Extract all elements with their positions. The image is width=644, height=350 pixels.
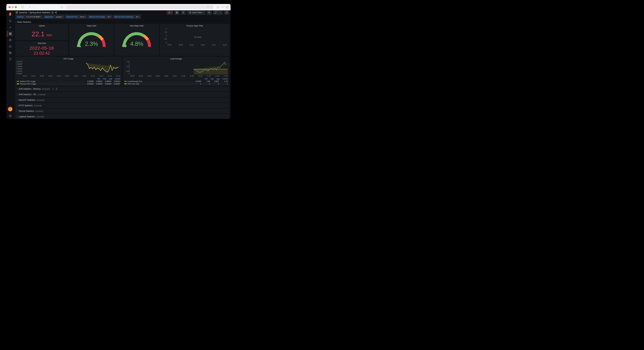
settings-button[interactable] <box>181 10 186 15</box>
forward-icon[interactable] <box>33 6 36 8</box>
filter-instance[interactable]: 172.16.0.36:8080▾ <box>25 15 43 19</box>
svg-line-37 <box>210 13 210 13</box>
svg-rect-21 <box>16 12 17 12</box>
load-chart <box>130 61 228 74</box>
svg-point-28 <box>56 13 57 14</box>
svg-point-75 <box>228 64 229 65</box>
dashboards-icon[interactable] <box>7 31 13 36</box>
new-tab-icon[interactable] <box>221 6 224 8</box>
svg-point-42 <box>53 88 54 89</box>
tabs-icon[interactable] <box>226 6 228 8</box>
svg-line-30 <box>56 13 56 13</box>
panel-cpu-usage[interactable]: CPU Usage 0.007000.006000.005000.004000.… <box>15 57 122 86</box>
collapsed-section[interactable]: ›JVM Statistics - GC(2 panels) <box>15 92 229 97</box>
svg-line-10 <box>11 22 12 22</box>
refresh-button[interactable] <box>213 10 218 15</box>
back-icon[interactable] <box>28 6 31 8</box>
filter-mempool-heap[interactable]: All▾ <box>106 15 112 19</box>
svg-point-9 <box>9 20 11 22</box>
collapsed-section[interactable]: ›Logback Statistics(5 panels) <box>15 114 229 119</box>
svg-rect-32 <box>169 12 169 13</box>
svg-rect-6 <box>227 6 228 7</box>
panel-load-average[interactable]: Load Average 2.5021.5010.5000 20:3020:35… <box>123 57 230 86</box>
folder-link[interactable]: General <box>19 11 27 14</box>
panel-uptime[interactable]: Uptime 22.1 min <box>15 24 68 40</box>
filter-mempool-nonheap-label: Memory Pool (nonheap) <box>113 15 135 19</box>
cpu-chart <box>23 61 120 74</box>
refresh-interval[interactable]: ▾ <box>218 10 223 15</box>
page-title[interactable]: Spring Boot Statistics <box>30 11 50 14</box>
svg-point-78 <box>230 65 230 66</box>
translate-icon[interactable] <box>207 6 209 8</box>
time-picker[interactable]: Last 1 hour▾ <box>187 10 205 15</box>
legend-row[interactable]: CPU Core Size1111 <box>124 82 228 85</box>
svg-point-26 <box>56 12 57 12</box>
explore-icon[interactable] <box>7 37 13 43</box>
user-avatar[interactable] <box>8 107 12 111</box>
share-dashboard-icon[interactable] <box>55 12 57 14</box>
panel-heap-used[interactable]: Heap Used 2.3% <box>69 24 114 56</box>
drag-handle-icon[interactable] <box>228 64 230 66</box>
legend-row[interactable]: Process CPU Usage0.003020.006040.004000.… <box>17 82 120 85</box>
plus-icon[interactable] <box>7 24 13 30</box>
shield-icon[interactable] <box>60 6 63 8</box>
star-icon[interactable] <box>52 12 54 14</box>
collapsed-section[interactable]: ›Tomcat Statistics(5 panels) <box>15 108 229 114</box>
search-icon[interactable] <box>7 18 13 24</box>
dashboard-icon <box>16 11 18 14</box>
maximize-window[interactable] <box>15 6 17 8</box>
svg-rect-16 <box>10 34 12 35</box>
filter-hikaricp[interactable]: None▾ <box>79 15 87 19</box>
filter-application-label: Application <box>43 15 55 19</box>
cycle-view-button[interactable] <box>224 10 229 15</box>
svg-rect-15 <box>9 34 10 35</box>
grafana-logo[interactable] <box>8 12 12 16</box>
save-button[interactable] <box>175 10 180 15</box>
share-icon[interactable] <box>216 6 220 8</box>
filter-application[interactable]: sample▾ <box>55 15 64 19</box>
trash-icon[interactable] <box>56 88 58 90</box>
collapsed-section[interactable]: ›JVM Statistics - Memory(8 panels) <box>15 86 229 91</box>
svg-rect-24 <box>17 13 18 14</box>
alerts-icon[interactable] <box>7 44 13 49</box>
gear-icon[interactable] <box>52 88 54 90</box>
filter-hikaricp-label: HikariCP-Pool <box>65 15 79 19</box>
svg-rect-23 <box>16 13 17 14</box>
filter-mempool-nonheap[interactable]: All▾ <box>135 15 141 19</box>
add-panel-button[interactable]: + <box>167 10 173 15</box>
sidebar-toggle-icon[interactable] <box>21 6 24 8</box>
section-basic-statistics[interactable]: ▾Basic Statistics <box>14 20 230 24</box>
collapsed-section[interactable]: ›HikariCP Statistics(6 panels) <box>15 98 229 102</box>
svg-point-19 <box>10 52 11 53</box>
config-icon[interactable] <box>7 50 13 56</box>
filter-instance-label: Instance <box>16 15 25 19</box>
svg-rect-0 <box>22 6 24 8</box>
help-icon[interactable] <box>7 113 13 119</box>
panel-open-files[interactable]: Process Open Files 10.50-0.5-1 No data 2… <box>160 24 230 56</box>
svg-rect-22 <box>17 12 18 12</box>
svg-rect-39 <box>226 12 228 13</box>
collapsed-section[interactable]: ›HTTP Statistics(2 panels) <box>15 103 229 108</box>
svg-point-27 <box>55 12 56 13</box>
panel-starttime[interactable]: Start time 2022-05-1821:02:42 <box>15 41 68 56</box>
url-bar[interactable] <box>66 5 214 9</box>
svg-rect-13 <box>9 33 10 34</box>
nav-sidebar <box>6 10 14 119</box>
legend-row[interactable]: System CPU Usage0.003030.006120.004000.0… <box>17 80 120 82</box>
minimize-window[interactable] <box>12 6 14 8</box>
svg-point-74 <box>230 64 230 64</box>
panel-nonheap-used[interactable]: Non-Heap Used 4.8% <box>114 24 159 56</box>
svg-marker-18 <box>10 40 11 40</box>
svg-point-76 <box>230 64 230 65</box>
close-window[interactable] <box>8 6 10 8</box>
svg-rect-8 <box>227 8 228 8</box>
zoom-out-button[interactable] <box>207 10 212 15</box>
svg-line-29 <box>56 12 56 12</box>
reload-icon[interactable] <box>210 6 212 8</box>
svg-rect-5 <box>226 6 226 7</box>
svg-rect-33 <box>170 12 170 13</box>
legend-row[interactable]: Load Average [1m]0.07002.380.8011.70 <box>124 80 228 82</box>
svg-rect-7 <box>226 8 226 8</box>
filter-mempool-heap-label: Memory Pool (heap) <box>88 15 106 19</box>
server-admin-icon[interactable] <box>7 56 13 62</box>
